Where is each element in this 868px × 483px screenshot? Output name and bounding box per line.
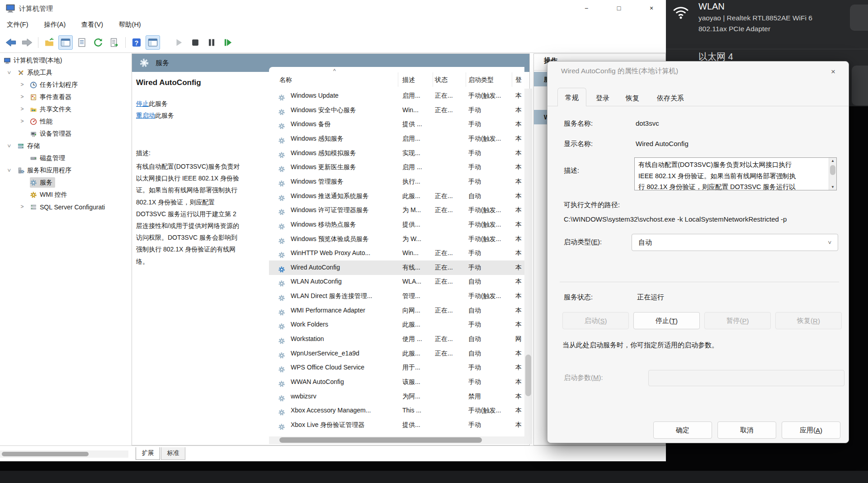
- column-header-status[interactable]: 状态: [435, 76, 448, 84]
- scroll-up-icon[interactable]: ▲: [829, 159, 836, 163]
- back-button[interactable]: [4, 35, 18, 50]
- tree-item-content[interactable]: 性能: [30, 116, 55, 127]
- column-header-logon[interactable]: 登: [515, 76, 522, 84]
- stop-service-link[interactable]: 停止: [136, 100, 149, 107]
- table-row[interactable]: Windows 更新医生服务启用 ...手动本: [269, 160, 524, 175]
- start-service-button[interactable]: [172, 35, 186, 50]
- console-tree-toggle[interactable]: [58, 35, 73, 50]
- tree-item-content[interactable]: 磁盘管理: [30, 153, 68, 163]
- tree-item-device-manager[interactable]: 设备管理器: [0, 128, 128, 140]
- table-row[interactable]: WinHTTP Web Proxy Auto...Win...正在...手动本: [269, 246, 524, 260]
- table-row[interactable]: Windows 预览体验成员服务为 W...手动(触发...本: [269, 232, 524, 246]
- tree-item-storage[interactable]: >存储: [0, 140, 128, 152]
- tree-item-services-and-applications[interactable]: >服务和应用程序: [0, 164, 128, 176]
- table-row[interactable]: Xbox Accessory Managem...This ...手动(触发..…: [269, 403, 524, 418]
- dialog-close-icon[interactable]: ×: [824, 65, 842, 79]
- properties-button[interactable]: [75, 35, 89, 50]
- column-header-startup-type[interactable]: 启动类型: [468, 76, 494, 84]
- tree-item-system-tools[interactable]: >系统工具: [0, 66, 128, 79]
- table-row[interactable]: WpnUserService_e1a9d此服...正在...自动本: [269, 346, 524, 361]
- table-row[interactable]: WMI Performance Adapter向网...正在...自动本: [269, 303, 524, 318]
- export-folder-button[interactable]: [42, 35, 57, 50]
- minimize-button[interactable]: −: [576, 0, 597, 17]
- resume-button[interactable]: 恢复(R): [775, 312, 842, 329]
- tree-item-services[interactable]: 服务: [0, 176, 128, 189]
- chevron-expanded-icon[interactable]: >: [3, 70, 15, 76]
- tree-item-content[interactable]: 存储: [17, 141, 42, 151]
- tree-item-computer-management[interactable]: 计算机管理(本地): [0, 54, 128, 66]
- tree-item-disk-management[interactable]: 磁盘管理: [0, 152, 128, 164]
- tab-recovery[interactable]: 恢复: [619, 90, 646, 106]
- close-button[interactable]: ×: [641, 0, 662, 17]
- table-row[interactable]: Wired AutoConfig有线...正在...手动本: [269, 260, 524, 275]
- chevron-collapsed-icon[interactable]: >: [19, 79, 25, 91]
- chevron-collapsed-icon[interactable]: >: [19, 103, 25, 115]
- startup-type-dropdown[interactable]: 自动 >: [632, 234, 838, 251]
- tree-item-content[interactable]: 事件查看器: [30, 92, 74, 102]
- table-row[interactable]: WLAN AutoConfigWLA...正在...自动本: [269, 275, 524, 289]
- tab-general[interactable]: 常规: [557, 88, 586, 106]
- chevron-collapsed-icon[interactable]: >: [19, 201, 25, 213]
- tree-item-content[interactable]: 共享文件夹: [30, 104, 74, 114]
- tab-standard[interactable]: 标准: [161, 447, 185, 460]
- tree-item-content[interactable]: 服务和应用程序: [17, 165, 74, 175]
- tree-item-content[interactable]: 计算机管理(本地): [4, 55, 65, 66]
- table-row[interactable]: WLAN Direct 服务连接管理...管理...手动(触发...本: [269, 289, 524, 303]
- forward-button[interactable]: [20, 35, 34, 50]
- chevron-expanded-icon[interactable]: >: [3, 167, 15, 174]
- table-row[interactable]: Windows 许可证管理器服务为 M...正在...手动(触发...本: [269, 203, 524, 218]
- tree-item-performance[interactable]: >性能: [0, 115, 128, 128]
- chevron-expanded-icon[interactable]: >: [3, 143, 15, 149]
- restart-service-link[interactable]: 重启动: [136, 112, 155, 119]
- list-vertical-scrollbar-thumb[interactable]: [525, 355, 531, 396]
- ok-button[interactable]: 确定: [653, 421, 712, 439]
- tree-item-content[interactable]: WMI 控件: [30, 189, 70, 200]
- export-list-button[interactable]: [107, 35, 122, 50]
- table-row[interactable]: Windows 安全中心服务Win...正在...手动本: [269, 103, 524, 118]
- menu-action[interactable]: 操作(A): [37, 17, 72, 32]
- tree-item-shared-folders[interactable]: >共享文件夹: [0, 103, 128, 115]
- tree-item-wmi-control[interactable]: WMI 控件: [0, 189, 128, 201]
- table-row[interactable]: Windows 推送通知系统服务此服...正在...自动本: [269, 189, 524, 204]
- table-row[interactable]: wwbizsrv为阿...禁用本: [269, 389, 524, 404]
- table-row[interactable]: Windows 移动热点服务提供...手动(触发...本: [269, 218, 524, 232]
- tree-horizontal-scrollbar-thumb[interactable]: [2, 452, 89, 456]
- column-header-description[interactable]: 描述: [402, 76, 415, 84]
- table-row[interactable]: Windows Update启用...正在...手动(触发...本: [269, 89, 524, 103]
- table-row[interactable]: Windows 感知模拟服务实现...手动本: [269, 146, 524, 161]
- table-row[interactable]: Windows 管理服务执行...手动本: [269, 175, 524, 189]
- table-row[interactable]: Windows 备份提供 ...手动本: [269, 117, 524, 132]
- column-header-name[interactable]: 名称: [279, 76, 292, 84]
- chevron-collapsed-icon[interactable]: >: [19, 115, 25, 128]
- tree-item-content[interactable]: 服务: [30, 177, 55, 188]
- maximize-button[interactable]: □: [609, 0, 629, 17]
- table-row[interactable]: Xbox Live 身份验证管理器提供...手动本: [269, 418, 524, 432]
- tab-dependencies[interactable]: 依存关系: [649, 90, 692, 106]
- table-row[interactable]: Workstation使用 ...正在...自动网: [269, 332, 524, 346]
- refresh-button[interactable]: [91, 35, 105, 50]
- scroll-down-icon[interactable]: ▼: [829, 185, 836, 189]
- help-button[interactable]: [129, 35, 144, 50]
- menu-help[interactable]: 帮助(H): [112, 17, 148, 32]
- description-scrollbar[interactable]: ▲ ▼: [829, 158, 836, 190]
- tree-item-content[interactable]: 设备管理器: [30, 128, 74, 139]
- startup-parameters-input[interactable]: [648, 370, 844, 386]
- tree-item-content[interactable]: 任务计划程序: [30, 80, 80, 90]
- tree-item-sql-server-configuration[interactable]: >SQL Server Configurati: [0, 201, 128, 213]
- description-scrollbar-thumb[interactable]: [830, 165, 835, 175]
- ethernet-expand-button[interactable]: [852, 66, 868, 105]
- table-row[interactable]: WPS Office Cloud Service用于...手动本: [269, 360, 524, 375]
- tab-logon[interactable]: 登录: [589, 90, 616, 106]
- restart-service-button[interactable]: [221, 35, 235, 50]
- tab-extended[interactable]: 扩展: [136, 447, 160, 460]
- wlan-expand-button[interactable]: [850, 5, 868, 31]
- table-row-partial[interactable]: [269, 432, 524, 436]
- stop-service-button[interactable]: [188, 35, 203, 50]
- menu-file[interactable]: 文件(F): [0, 17, 35, 32]
- tree-item-content[interactable]: SQL Server Configurati: [30, 202, 108, 212]
- action-pane-toggle[interactable]: [146, 35, 160, 50]
- tree-item-event-viewer[interactable]: >事件查看器: [0, 91, 128, 103]
- description-textbox[interactable]: 有线自动配置(DOT3SVC)服务负责对以太网接口执行 IEEE 802.1X …: [634, 157, 837, 190]
- tree-item-task-scheduler[interactable]: >任务计划程序: [0, 79, 128, 91]
- cancel-button[interactable]: 取消: [717, 421, 776, 439]
